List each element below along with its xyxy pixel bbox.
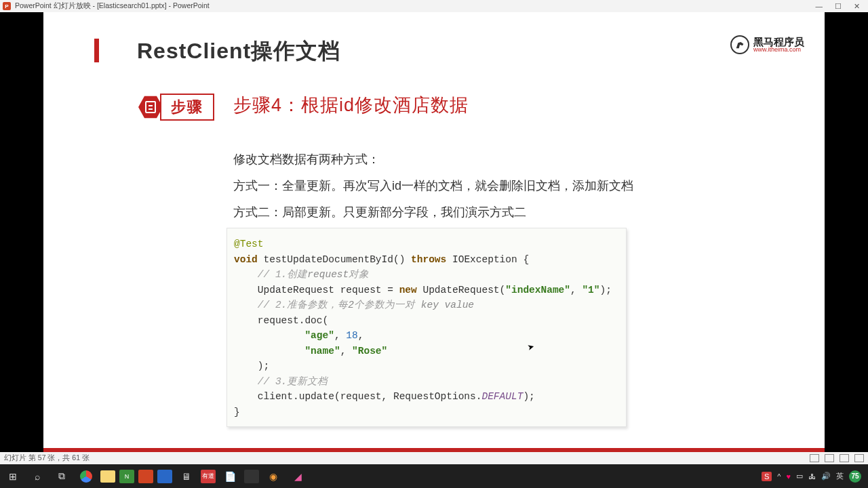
hexagon-icon [138,95,163,119]
view-reading-icon[interactable] [840,454,849,462]
app-eraser-icon[interactable]: ◢ [288,467,308,486]
slide-counter: 幻灯片 第 57 张，共 61 张 [4,453,90,463]
chrome-icon[interactable] [76,467,96,486]
paragraph-method2: 方式二：局部更新。只更新部分字段，我们演示方式二 [233,203,526,222]
app-ide-icon[interactable] [244,470,259,483]
view-normal-icon[interactable] [810,454,819,462]
close-button[interactable]: ✕ [854,2,860,10]
tray-network-icon[interactable]: 🖧 [808,472,816,481]
tray-battery-icon[interactable]: ▭ [796,472,803,481]
slide-title: RestClient操作文档 [137,37,340,66]
tray-security-icon[interactable]: ♥ [786,472,791,481]
maximize-button[interactable]: ☐ [835,2,842,10]
tray-volume-icon[interactable]: 🔊 [821,472,831,481]
brand-horse-icon [730,35,749,54]
app-red-icon[interactable]: 有道 [201,470,216,483]
code-block: @Test void testUpdateDocumentById() thro… [226,228,627,427]
view-slideshow-icon[interactable] [854,454,864,462]
app-monitor-icon[interactable]: 🖥 [176,467,197,486]
view-sorter-icon[interactable] [825,454,834,462]
status-bar: 幻灯片 第 57 张，共 61 张 [0,452,868,464]
app-orange-icon[interactable]: ◉ [263,467,283,486]
app-blue-icon[interactable] [157,470,172,483]
tray-ime-label[interactable]: 英 [836,471,844,481]
title-bar: P PowerPoint 幻灯片放映 - [Elasticsearch01.pp… [0,0,868,12]
step-label: 步骤 [160,94,214,121]
paragraph-intro: 修改文档数据有两种方式： [233,150,380,169]
tray-chevron-icon[interactable]: ^ [777,472,781,481]
windows-taskbar[interactable]: ⊞ ⌕ ⧉ N 🖥 有道 📄 ◉ ◢ S ^ ♥ ▭ 🖧 🔊 英 75 [0,464,868,488]
step-badge: 步骤 [138,94,221,121]
powerpoint-taskbar-icon[interactable] [138,470,153,483]
brand-name: 黑马程序员 [753,37,804,47]
app-green-icon[interactable]: N [119,470,134,483]
window-title: PowerPoint 幻灯片放映 - [Elasticsearch01.pptx… [15,1,210,11]
paragraph-method1: 方式一：全量更新。再次写入id一样的文档，就会删除旧文档，添加新文档 [233,176,633,196]
task-view-icon[interactable]: ⧉ [52,467,72,486]
powerpoint-icon: P [3,2,11,10]
start-button[interactable]: ⊞ [3,467,23,486]
search-icon[interactable]: ⌕ [27,467,47,486]
title-accent-bar [94,39,99,62]
slide-footer-bar [43,448,825,452]
tray-app-icon[interactable]: S [762,472,772,481]
slide: RestClient操作文档 黑马程序员 www.itheima.com 步骤 … [43,12,825,452]
minimize-button[interactable]: — [816,2,823,10]
tray-badge[interactable]: 75 [849,470,861,483]
brand-url: www.itheima.com [753,47,804,53]
slideshow-stage: RestClient操作文档 黑马程序员 www.itheima.com 步骤 … [0,12,868,452]
step-title: 步骤4：根据id修改酒店数据 [233,93,469,117]
file-explorer-icon[interactable] [100,470,115,483]
app-notes-icon[interactable]: 📄 [220,467,240,486]
system-tray[interactable]: S ^ ♥ ▭ 🖧 🔊 英 75 [762,470,865,483]
brand-logo-block: 黑马程序员 www.itheima.com [730,35,804,54]
